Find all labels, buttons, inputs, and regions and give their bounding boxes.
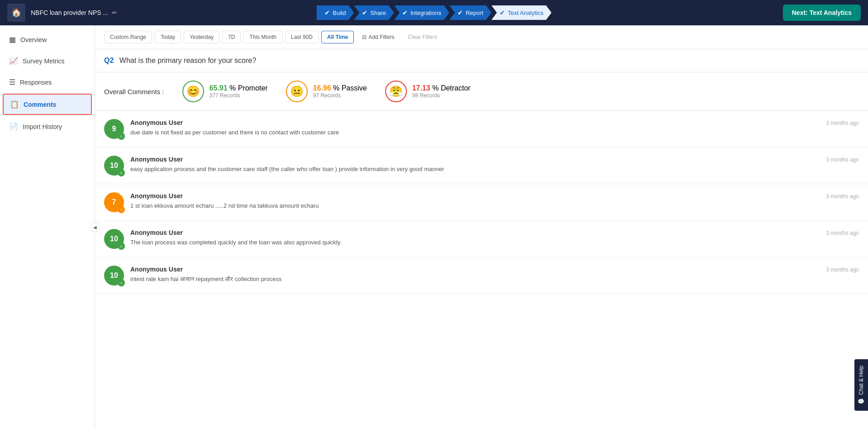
filter-btn-last-90d[interactable]: Last 90D	[285, 31, 319, 43]
step-text-analytics[interactable]: ✔Text Analytics	[491, 5, 552, 20]
detractor-pct: 17.13	[412, 84, 430, 92]
passive-pct: 16.96	[313, 84, 331, 92]
step-check-icon: ✔	[402, 9, 408, 16]
comment-content: Anonymous User due date is not fixed as …	[130, 119, 859, 137]
step-check-icon: ✔	[362, 9, 367, 16]
comment-user: Anonymous User	[130, 266, 859, 273]
comment-row: 7 ☺ Anonymous User 1 st loan ekkuva amou…	[95, 184, 868, 221]
filter-btn-all-time[interactable]: All Time	[321, 31, 354, 43]
step-share[interactable]: ✔Share	[354, 5, 394, 20]
import-history-icon: 📄	[9, 122, 18, 131]
overview-icon: ▦	[9, 35, 16, 44]
filter-bar: Custom RangeTodayYesterday7DThis MonthLa…	[95, 25, 868, 49]
promoter-records: 377 Records	[210, 92, 268, 99]
top-navigation: 🏠 NBFC loan provider NPS ... ✏ ✔Build✔Sh…	[0, 0, 868, 25]
comment-content: Anonymous User 1 st loan ekkuva amount e…	[130, 192, 859, 210]
chat-help-icon: 💬	[858, 398, 864, 405]
score-avatar: 10 ☺	[104, 229, 124, 249]
edit-icon[interactable]: ✏	[112, 9, 117, 16]
clear-filters-button[interactable]: Clear Filters	[403, 31, 443, 43]
step-build[interactable]: ✔Build	[316, 5, 354, 20]
survey-title: NBFC loan provider NPS ...	[31, 9, 108, 16]
comment-text: due date is not fixed as per customer an…	[130, 128, 859, 137]
overall-comments-label: Overall Comments :	[104, 88, 164, 95]
comments-icon: 📋	[10, 100, 19, 109]
comment-user: Anonymous User	[130, 192, 859, 200]
main-content: Custom RangeTodayYesterday7DThis MonthLa…	[95, 25, 868, 429]
sidebar-toggle[interactable]: ◀	[90, 222, 100, 232]
comments-list: 9 ☺ Anonymous User due date is not fixed…	[95, 111, 868, 294]
sidebar-label-survey-metrics: Survey Metrics	[23, 57, 65, 65]
main-layout: ◀ ▦ Overview📈 Survey Metrics☰ Responses📋…	[0, 25, 868, 429]
sidebar-item-overview[interactable]: ▦ Overview	[0, 29, 95, 50]
question-text: What is the primary reason for your scor…	[119, 57, 256, 64]
comment-row: 10 ☺ Anonymous User The loan process was…	[95, 221, 868, 257]
comment-text: 1 st loan ekkuva amount echaru .....2 nd…	[130, 201, 859, 210]
comment-time: 3 months ago	[826, 267, 859, 273]
responses-icon: ☰	[9, 78, 15, 86]
promoter-pct: 65.91	[210, 84, 228, 92]
sidebar-item-comments[interactable]: 📋 Comments	[3, 94, 92, 115]
next-text-analytics-button[interactable]: Next: Text Analytics	[783, 5, 861, 21]
sidebar-label-comments: Comments	[24, 101, 56, 108]
promoter-pct-sign: %	[228, 84, 238, 92]
comment-time: 3 months ago	[826, 157, 859, 163]
filter-btn-today[interactable]: Today	[155, 31, 181, 43]
comment-user: Anonymous User	[130, 119, 859, 126]
promoter-metric: 😊 65.91 % Promoter 377 Records	[182, 81, 268, 102]
comment-content: Anonymous User intest rate kam hai आसान …	[130, 266, 859, 284]
comment-text: The loan process was completed quickly a…	[130, 238, 859, 247]
sidebar-label-responses: Responses	[20, 79, 52, 86]
passive-label: Passive	[342, 84, 367, 92]
comment-text: intest rate kam hai आसान repayment और co…	[130, 275, 859, 284]
add-filters-button[interactable]: ⊟Add Filters	[357, 31, 400, 43]
detractor-metric: 😤 17.13 % Detractor 98 Records	[385, 81, 471, 102]
filter-btn-this-month[interactable]: This Month	[243, 31, 282, 43]
passive-metric: 😐 16.96 % Passive 97 Records	[286, 81, 367, 102]
filter-btn-custom-range[interactable]: Custom Range	[104, 31, 152, 43]
nps-badge-icon: ☺	[118, 206, 125, 213]
sidebar-label-overview: Overview	[20, 36, 47, 43]
chat-help-label: Chat & Help	[858, 366, 864, 395]
detractor-emoji: 😤	[385, 81, 407, 102]
comment-text: easy application process and the custome…	[130, 165, 859, 174]
nps-badge-icon: ☺	[118, 133, 125, 140]
score-avatar: 10 ☺	[104, 156, 124, 176]
home-button[interactable]: 🏠	[7, 4, 25, 22]
sidebar-item-responses[interactable]: ☰ Responses	[0, 72, 95, 93]
step-check-icon: ✔	[458, 9, 463, 16]
comment-row: 9 ☺ Anonymous User due date is not fixed…	[95, 111, 868, 148]
filter-icon: ⊟	[362, 34, 367, 40]
passive-records: 97 Records	[313, 92, 367, 99]
sidebar-label-import-history: Import History	[23, 123, 62, 130]
sidebar-item-survey-metrics[interactable]: 📈 Survey Metrics	[0, 50, 95, 72]
promoter-emoji: 😊	[182, 81, 204, 102]
overall-comments: Overall Comments : 😊 65.91 % Promoter 37…	[95, 72, 868, 111]
comment-time: 3 months ago	[826, 120, 859, 126]
comment-time: 3 months ago	[826, 230, 859, 236]
nps-badge-icon: ☺	[118, 279, 125, 286]
score-avatar: 10 ☺	[104, 266, 124, 286]
question-header: Q2 What is the primary reason for your s…	[95, 49, 868, 72]
survey-metrics-icon: 📈	[9, 57, 18, 65]
filter-btn-7d[interactable]: 7D	[222, 31, 241, 43]
step-report[interactable]: ✔Report	[449, 5, 491, 20]
detractor-label: Detractor	[441, 84, 471, 92]
detractor-records: 98 Records	[412, 92, 471, 99]
question-label: Q2	[104, 57, 114, 64]
comment-user: Anonymous User	[130, 229, 859, 236]
comment-content: Anonymous User easy application process …	[130, 156, 859, 174]
comment-content: Anonymous User The loan process was comp…	[130, 229, 859, 247]
promoter-label: Promoter	[238, 84, 268, 92]
chat-help-button[interactable]: 💬 Chat & Help	[854, 359, 868, 411]
comment-user: Anonymous User	[130, 156, 859, 163]
sidebar: ◀ ▦ Overview📈 Survey Metrics☰ Responses📋…	[0, 25, 95, 429]
passive-emoji: 😐	[286, 81, 308, 102]
comment-row: 10 ☺ Anonymous User easy application pro…	[95, 148, 868, 184]
comment-row: 10 ☺ Anonymous User intest rate kam hai …	[95, 257, 868, 294]
score-avatar: 9 ☺	[104, 119, 124, 139]
step-integrations[interactable]: ✔Integrations	[394, 5, 449, 20]
filter-btn-yesterday[interactable]: Yesterday	[184, 31, 219, 43]
sidebar-item-import-history[interactable]: 📄 Import History	[0, 116, 95, 137]
comment-time: 3 months ago	[826, 193, 859, 200]
